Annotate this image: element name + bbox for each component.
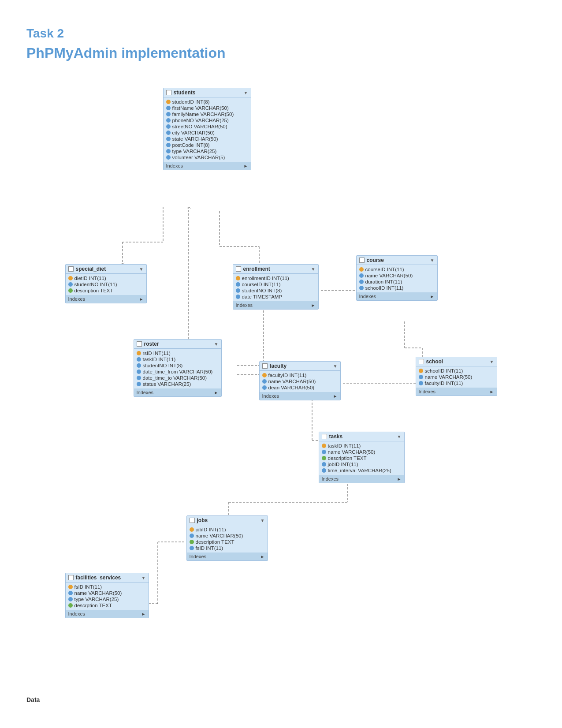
- indexes-label: Indexes: [419, 389, 436, 394]
- svg-line-17: [189, 207, 190, 209]
- course-indexes[interactable]: Indexes ►: [357, 292, 437, 300]
- field-row: name VARCHAR(50): [260, 378, 340, 385]
- fk-icon: [137, 363, 141, 368]
- fk-icon: [236, 282, 240, 287]
- indexes-label: Indexes: [322, 476, 339, 482]
- indexes-arrow: ►: [311, 303, 316, 308]
- field-text: studentNO INT(8): [143, 363, 183, 368]
- field-row: name VARCHAR(50): [319, 449, 404, 455]
- field-text: name VARCHAR(50): [196, 533, 243, 538]
- enrollment-header: enrollment ▼: [233, 265, 318, 274]
- field-row: studentNO INT(8): [233, 287, 318, 294]
- field-row: schoolID INT(11): [357, 285, 437, 291]
- table-icon: [166, 90, 171, 95]
- field-text: courseID INT(11): [242, 282, 281, 287]
- table-roster: roster ▼ rsID INT(11) taskID INT(11) stu…: [134, 339, 222, 397]
- field-text: type VARCHAR(25): [172, 149, 217, 154]
- enrollment-indexes[interactable]: Indexes ►: [233, 301, 318, 309]
- table-icon: [68, 575, 74, 580]
- indexes-label: Indexes: [190, 554, 207, 559]
- field-row: familyName VARCHAR(50): [164, 111, 251, 117]
- field-row: time_interval VARCHAR(25): [319, 467, 404, 474]
- tasks-indexes[interactable]: Indexes ►: [319, 475, 404, 483]
- field-row: description TEXT: [187, 539, 268, 545]
- field-row: firstName VARCHAR(50): [164, 105, 251, 111]
- field-row: jobID INT(11): [187, 526, 268, 533]
- footer-label: Data: [26, 696, 536, 703]
- field-row: description TEXT: [66, 287, 146, 294]
- indexes-arrow: ►: [139, 297, 144, 302]
- faculty-name: faculty: [270, 363, 287, 369]
- course-name: course: [367, 257, 384, 263]
- fk-icon: [166, 118, 171, 123]
- fk-icon: [68, 591, 73, 595]
- field-text: jobID INT(11): [328, 462, 358, 467]
- field-row: date_time_to VARCHAR(50): [134, 375, 221, 381]
- funnel-icon: ▼: [141, 575, 146, 580]
- fk-icon: [166, 124, 171, 129]
- special-diet-name: special_diet: [76, 266, 106, 272]
- special-diet-indexes[interactable]: Indexes ►: [66, 295, 146, 303]
- field-text: postCode INT(8): [172, 142, 210, 148]
- indexes-arrow: ►: [244, 164, 248, 168]
- regular-icon: [190, 540, 194, 544]
- table-facilities-services: facilities_services ▼ fsID INT(11) name …: [65, 573, 149, 618]
- field-text: description TEXT: [196, 539, 234, 545]
- field-row: state VARCHAR(50): [164, 136, 251, 142]
- school-indexes[interactable]: Indexes ►: [416, 388, 497, 396]
- field-row: date_time_from VARCHAR(50): [134, 369, 221, 375]
- facilities-services-indexes[interactable]: Indexes ►: [66, 610, 149, 618]
- fk-icon: [262, 379, 267, 384]
- fk-icon: [166, 112, 171, 116]
- field-text: rsID INT(11): [143, 351, 171, 356]
- roster-indexes[interactable]: Indexes ►: [134, 388, 221, 396]
- roster-header: roster ▼: [134, 340, 221, 349]
- field-text: fsID INT(11): [196, 545, 223, 551]
- indexes-arrow: ►: [490, 389, 494, 394]
- regular-icon: [322, 456, 326, 460]
- field-text: dietID INT(11): [74, 276, 106, 281]
- field-text: schoolID INT(11): [365, 285, 404, 291]
- field-text: facultyID INT(11): [425, 381, 463, 386]
- fk-icon: [166, 106, 171, 110]
- funnel-icon: ▼: [244, 90, 248, 95]
- indexes-label: Indexes: [236, 302, 253, 308]
- field-row: courseID INT(11): [233, 281, 318, 287]
- fk-icon: [137, 370, 141, 374]
- indexes-arrow: ►: [397, 477, 402, 482]
- fk-icon: [68, 282, 73, 287]
- indexes-label: Indexes: [166, 163, 183, 168]
- field-text: description TEXT: [74, 288, 113, 293]
- fk-icon: [166, 143, 171, 147]
- field-text: studentNO INT(8): [242, 288, 282, 293]
- fk-icon: [137, 357, 141, 362]
- fk-icon: [322, 468, 326, 473]
- students-indexes[interactable]: Indexes ►: [164, 162, 251, 170]
- funnel-icon: ▼: [430, 258, 435, 263]
- fk-icon: [166, 149, 171, 153]
- regular-icon: [68, 288, 73, 293]
- jobs-indexes[interactable]: Indexes ►: [187, 553, 268, 560]
- faculty-indexes[interactable]: Indexes ►: [260, 392, 340, 400]
- field-text: descrption TEXT: [74, 603, 112, 608]
- field-row: city VARCHAR(50): [164, 130, 251, 136]
- fk-icon: [322, 450, 326, 454]
- table-icon: [137, 341, 142, 347]
- field-text: status VARCHAR(25): [143, 381, 191, 387]
- field-text: enrollmentID INT(11): [242, 276, 289, 281]
- jobs-header: jobs ▼: [187, 516, 268, 525]
- tasks-name: tasks: [329, 433, 343, 440]
- fk-icon: [262, 385, 267, 390]
- field-row: volunteer VARCHAR(5): [164, 154, 251, 161]
- field-text: name VARCHAR(50): [74, 590, 122, 596]
- enrollment-name: enrollment: [243, 266, 270, 272]
- field-row: jobID INT(11): [319, 461, 404, 467]
- indexes-label: Indexes: [262, 393, 279, 399]
- table-students: students ▼ studentID INT(8) firstName VA…: [163, 88, 251, 170]
- pk-icon: [359, 267, 364, 272]
- field-row: duration INT(11): [357, 279, 437, 285]
- indexes-arrow: ►: [430, 294, 435, 299]
- facilities-services-fields: fsID INT(11) name VARCHAR(50) type VARCH…: [66, 582, 149, 610]
- indexes-label: Indexes: [359, 294, 376, 299]
- pk-icon: [166, 100, 171, 104]
